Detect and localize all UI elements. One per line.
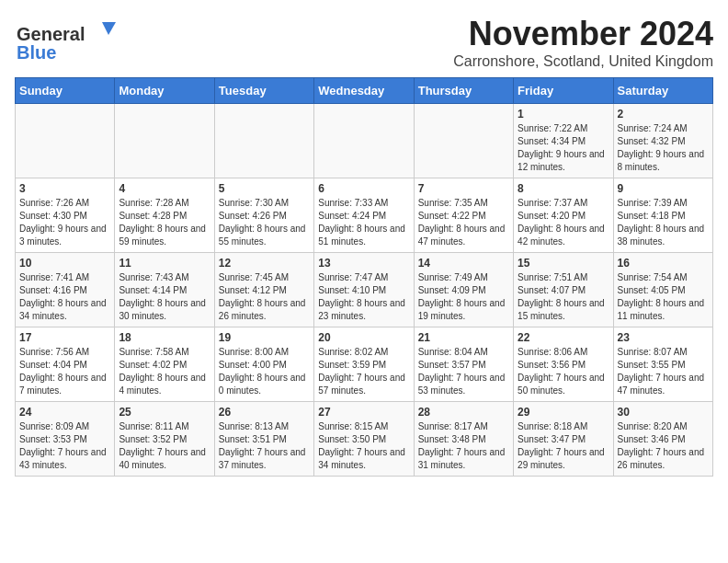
calendar-cell: 17Sunrise: 7:56 AMSunset: 4:04 PMDayligh…: [16, 327, 115, 402]
day-info: Sunrise: 7:47 AMSunset: 4:10 PMDaylight:…: [318, 271, 409, 323]
day-number: 22: [518, 331, 609, 344]
day-info: Sunrise: 7:43 AMSunset: 4:14 PMDaylight:…: [119, 271, 210, 323]
calendar-cell: 4Sunrise: 7:28 AMSunset: 4:28 PMDaylight…: [115, 178, 214, 253]
day-number: 9: [618, 182, 709, 195]
calendar-cell: 9Sunrise: 7:39 AMSunset: 4:18 PMDaylight…: [613, 178, 712, 253]
svg-text:Blue: Blue: [17, 42, 56, 63]
day-number: 25: [119, 406, 210, 419]
calendar-cell: 27Sunrise: 8:15 AMSunset: 3:50 PMDayligh…: [314, 402, 414, 477]
day-info: Sunrise: 7:33 AMSunset: 4:24 PMDaylight:…: [318, 197, 409, 248]
day-number: 20: [318, 331, 409, 344]
day-info: Sunrise: 7:45 AMSunset: 4:12 PMDaylight:…: [219, 271, 310, 323]
calendar-cell: [414, 104, 513, 178]
calendar-cell: 28Sunrise: 8:17 AMSunset: 3:48 PMDayligh…: [414, 402, 513, 477]
day-number: 29: [518, 406, 609, 419]
day-number: 2: [618, 108, 709, 121]
day-number: 6: [318, 182, 409, 195]
calendar-cell: 2Sunrise: 7:24 AMSunset: 4:32 PMDaylight…: [613, 104, 712, 178]
day-info: Sunrise: 7:56 AMSunset: 4:04 PMDaylight:…: [19, 346, 110, 397]
logo: General Blue: [15, 15, 125, 65]
day-number: 30: [618, 406, 709, 419]
day-number: 27: [318, 406, 409, 419]
calendar-cell: [115, 104, 214, 178]
day-info: Sunrise: 7:37 AMSunset: 4:20 PMDaylight:…: [518, 197, 609, 248]
day-number: 12: [219, 257, 310, 270]
location: Carronshore, Scotland, United Kingdom: [453, 53, 713, 70]
weekday-header: Monday: [115, 78, 214, 104]
day-info: Sunrise: 8:06 AMSunset: 3:56 PMDaylight:…: [518, 346, 609, 397]
day-info: Sunrise: 7:28 AMSunset: 4:28 PMDaylight:…: [119, 197, 210, 248]
calendar-cell: 24Sunrise: 8:09 AMSunset: 3:53 PMDayligh…: [16, 402, 115, 477]
calendar-cell: 21Sunrise: 8:04 AMSunset: 3:57 PMDayligh…: [414, 327, 513, 402]
day-info: Sunrise: 7:26 AMSunset: 4:30 PMDaylight:…: [19, 197, 110, 248]
day-number: 15: [518, 257, 609, 270]
calendar-cell: 1Sunrise: 7:22 AMSunset: 4:34 PMDaylight…: [514, 104, 613, 178]
calendar-cell: 8Sunrise: 7:37 AMSunset: 4:20 PMDaylight…: [514, 178, 613, 253]
weekday-header: Saturday: [613, 78, 712, 104]
day-info: Sunrise: 7:35 AMSunset: 4:22 PMDaylight:…: [418, 197, 509, 248]
day-number: 26: [219, 406, 310, 419]
day-number: 3: [19, 182, 110, 195]
day-number: 16: [618, 257, 709, 270]
header: General Blue November 2024 Carronshore, …: [15, 15, 713, 70]
day-number: 14: [418, 257, 509, 270]
day-info: Sunrise: 7:41 AMSunset: 4:16 PMDaylight:…: [19, 271, 110, 323]
svg-marker-1: [102, 22, 116, 35]
day-number: 7: [418, 182, 509, 195]
day-info: Sunrise: 7:51 AMSunset: 4:07 PMDaylight:…: [518, 271, 609, 323]
calendar-cell: 25Sunrise: 8:11 AMSunset: 3:52 PMDayligh…: [115, 402, 214, 477]
calendar-table: SundayMondayTuesdayWednesdayThursdayFrid…: [15, 77, 713, 477]
calendar-cell: 16Sunrise: 7:54 AMSunset: 4:05 PMDayligh…: [613, 253, 712, 327]
day-number: 19: [219, 331, 310, 344]
day-number: 21: [418, 331, 509, 344]
calendar-cell: 7Sunrise: 7:35 AMSunset: 4:22 PMDaylight…: [414, 178, 513, 253]
day-info: Sunrise: 8:00 AMSunset: 4:00 PMDaylight:…: [219, 346, 310, 397]
day-number: 17: [19, 331, 110, 344]
day-info: Sunrise: 8:18 AMSunset: 3:47 PMDaylight:…: [518, 420, 609, 472]
day-info: Sunrise: 8:07 AMSunset: 3:55 PMDaylight:…: [618, 346, 709, 397]
day-number: 10: [19, 257, 110, 270]
calendar-cell: [16, 104, 115, 178]
day-info: Sunrise: 7:54 AMSunset: 4:05 PMDaylight:…: [618, 271, 709, 323]
title-area: November 2024 Carronshore, Scotland, Uni…: [453, 15, 713, 70]
day-number: 13: [318, 257, 409, 270]
calendar-cell: 20Sunrise: 8:02 AMSunset: 3:59 PMDayligh…: [314, 327, 414, 402]
day-number: 1: [518, 108, 609, 121]
day-info: Sunrise: 8:20 AMSunset: 3:46 PMDaylight:…: [618, 420, 709, 472]
weekday-header: Friday: [514, 78, 613, 104]
weekday-header: Wednesday: [314, 78, 414, 104]
calendar-cell: 12Sunrise: 7:45 AMSunset: 4:12 PMDayligh…: [214, 253, 313, 327]
day-number: 11: [119, 257, 210, 270]
calendar-cell: 14Sunrise: 7:49 AMSunset: 4:09 PMDayligh…: [414, 253, 513, 327]
weekday-header: Sunday: [16, 78, 115, 104]
calendar-cell: 30Sunrise: 8:20 AMSunset: 3:46 PMDayligh…: [613, 402, 712, 477]
day-number: 18: [119, 331, 210, 344]
calendar-cell: 3Sunrise: 7:26 AMSunset: 4:30 PMDaylight…: [16, 178, 115, 253]
calendar-cell: 18Sunrise: 7:58 AMSunset: 4:02 PMDayligh…: [115, 327, 214, 402]
day-number: 23: [618, 331, 709, 344]
day-info: Sunrise: 8:13 AMSunset: 3:51 PMDaylight:…: [219, 420, 310, 472]
svg-text:General: General: [17, 24, 85, 44]
day-info: Sunrise: 7:49 AMSunset: 4:09 PMDaylight:…: [418, 271, 509, 323]
day-number: 4: [119, 182, 210, 195]
calendar-cell: 29Sunrise: 8:18 AMSunset: 3:47 PMDayligh…: [514, 402, 613, 477]
day-info: Sunrise: 8:09 AMSunset: 3:53 PMDaylight:…: [19, 420, 110, 472]
calendar-cell: 11Sunrise: 7:43 AMSunset: 4:14 PMDayligh…: [115, 253, 214, 327]
day-info: Sunrise: 7:39 AMSunset: 4:18 PMDaylight:…: [618, 197, 709, 248]
day-info: Sunrise: 7:24 AMSunset: 4:32 PMDaylight:…: [618, 122, 709, 174]
day-number: 5: [219, 182, 310, 195]
calendar-cell: 15Sunrise: 7:51 AMSunset: 4:07 PMDayligh…: [514, 253, 613, 327]
day-number: 28: [418, 406, 509, 419]
calendar-cell: 22Sunrise: 8:06 AMSunset: 3:56 PMDayligh…: [514, 327, 613, 402]
calendar-cell: 19Sunrise: 8:00 AMSunset: 4:00 PMDayligh…: [214, 327, 313, 402]
day-info: Sunrise: 8:11 AMSunset: 3:52 PMDaylight:…: [119, 420, 210, 472]
day-info: Sunrise: 8:04 AMSunset: 3:57 PMDaylight:…: [418, 346, 509, 397]
weekday-header: Tuesday: [214, 78, 313, 104]
day-info: Sunrise: 7:22 AMSunset: 4:34 PMDaylight:…: [518, 122, 609, 174]
calendar-cell: 26Sunrise: 8:13 AMSunset: 3:51 PMDayligh…: [214, 402, 313, 477]
day-info: Sunrise: 7:58 AMSunset: 4:02 PMDaylight:…: [119, 346, 210, 397]
day-info: Sunrise: 8:15 AMSunset: 3:50 PMDaylight:…: [318, 420, 409, 472]
month-title: November 2024: [453, 15, 713, 53]
calendar-cell: [314, 104, 414, 178]
day-number: 24: [19, 406, 110, 419]
